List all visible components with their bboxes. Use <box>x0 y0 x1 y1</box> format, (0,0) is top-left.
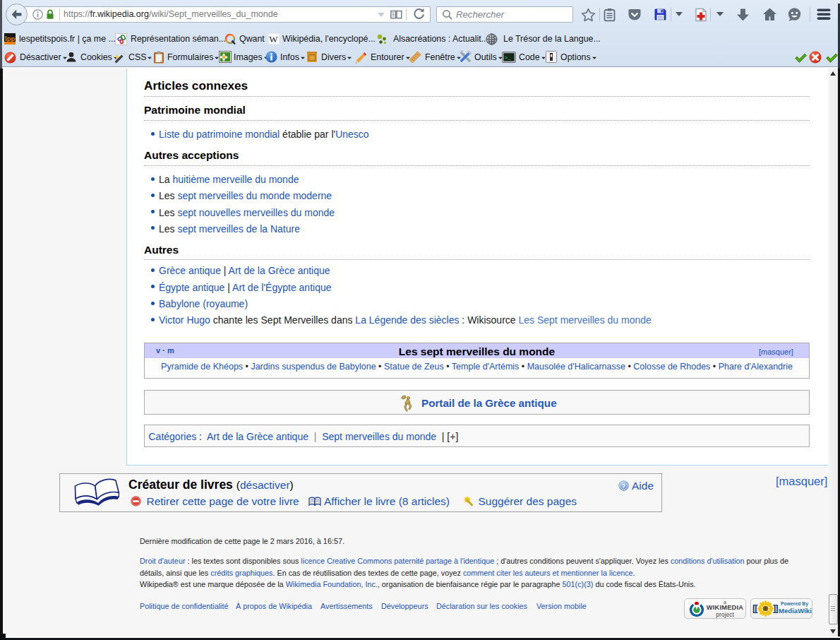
svg-text:W: W <box>269 34 278 45</box>
svg-text:?: ? <box>622 482 625 490</box>
svg-text:>_: >_ <box>505 54 512 61</box>
svg-text:lpp: lpp <box>5 35 15 42</box>
